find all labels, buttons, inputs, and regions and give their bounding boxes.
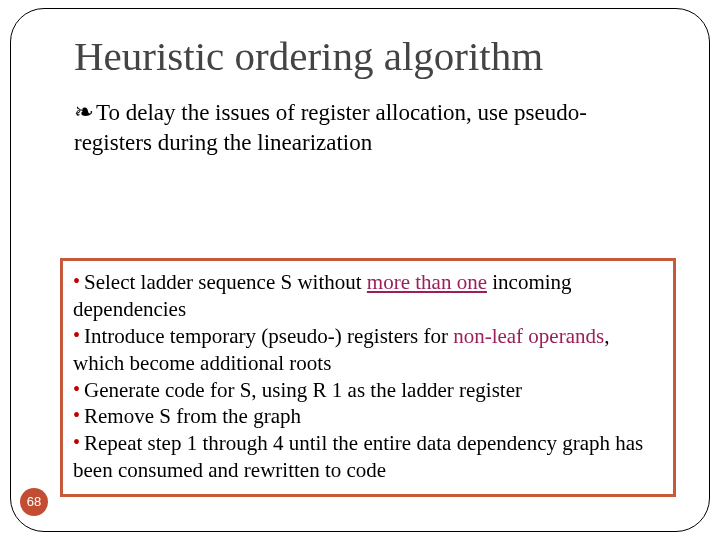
step-5-text: Repeat step 1 through 4 until the entire… xyxy=(73,431,643,482)
step-2: •Introduce temporary (pseudo-) registers… xyxy=(73,323,663,377)
step-2-prefix: Introduce temporary (pseudo-) registers … xyxy=(84,324,453,348)
bullet-icon: • xyxy=(73,431,80,453)
step-4: •Remove S from the graph xyxy=(73,403,663,430)
step-1-highlight: more than one xyxy=(367,270,487,294)
step-3: •Generate code for S, using R 1 as the l… xyxy=(73,377,663,404)
steps-box: •Select ladder sequence S without more t… xyxy=(60,258,676,497)
step-1-prefix: Select ladder sequence S without xyxy=(84,270,367,294)
step-5: •Repeat step 1 through 4 until the entir… xyxy=(73,430,663,484)
bullet-icon: • xyxy=(73,404,80,426)
bullet-icon: • xyxy=(73,378,80,400)
step-1: •Select ladder sequence S without more t… xyxy=(73,269,663,323)
step-3-text: Generate code for S, using R 1 as the la… xyxy=(84,378,522,402)
slide-number-badge: 68 xyxy=(20,488,48,516)
step-4-text: Remove S from the graph xyxy=(84,404,301,428)
bullet-icon: • xyxy=(73,270,80,292)
step-2-highlight: non-leaf operands xyxy=(453,324,604,348)
bullet-icon: • xyxy=(73,324,80,346)
